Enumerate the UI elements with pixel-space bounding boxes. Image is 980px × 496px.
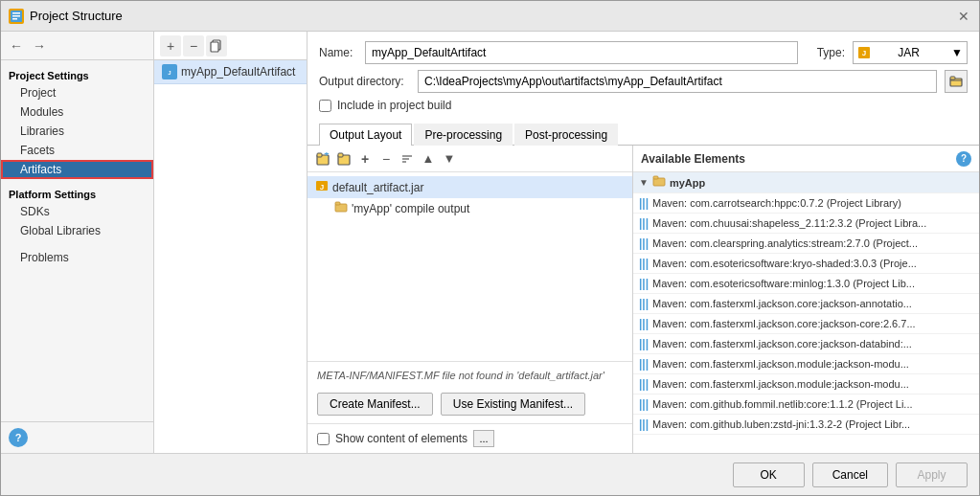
sidebar-bottom: ? <box>1 421 153 453</box>
app-icon <box>9 9 24 24</box>
tree-toolbar: + + − <box>308 146 632 172</box>
element-text-10: Maven: com.github.fommil.netlib:core:1.1… <box>652 398 912 410</box>
list-item[interactable]: ||| Maven: com.fasterxml.jackson.core:ja… <box>633 294 979 314</box>
sort-button[interactable] <box>398 149 417 169</box>
create-manifest-button[interactable]: Create Manifest... <box>317 393 433 416</box>
svg-text:J: J <box>320 183 324 192</box>
use-existing-manifest-button[interactable]: Use Existing Manifest... <box>441 393 585 416</box>
list-item[interactable]: ||| Maven: com.fasterxml.jackson.core:ja… <box>633 314 979 334</box>
svg-rect-11 <box>950 77 955 79</box>
show-content-row: Show content of elements ... <box>308 423 632 453</box>
tree-sub-label: 'myApp' compile output <box>352 202 469 215</box>
project-settings-header: Project Settings <box>1 64 153 83</box>
sidebar-item-facets[interactable]: Facets <box>1 141 153 160</box>
type-value: JAR <box>898 46 920 59</box>
copy-artifact-button[interactable] <box>206 35 227 56</box>
element-text-11: Maven: com.github.luben:zstd-jni:1.3.2-2… <box>652 418 910 430</box>
svg-rect-1 <box>12 15 20 17</box>
artifact-name: myApp_DefaultArtifact <box>181 65 295 79</box>
tree-root-item[interactable]: J default_artifact.jar <box>308 176 632 198</box>
sidebar-item-modules[interactable]: Modules <box>1 102 153 122</box>
element-text-7: Maven: com.fasterxml.jackson.core:jackso… <box>652 338 912 349</box>
elements-help-icon[interactable]: ? <box>956 151 971 167</box>
list-item[interactable]: ||| Maven: com.esotericsoftware:minlog:1… <box>633 274 979 294</box>
output-dir-label: Output directory: <box>319 75 410 88</box>
svg-rect-5 <box>211 42 218 52</box>
svg-rect-3 <box>12 12 20 14</box>
tree-sub-item[interactable]: 'myApp' compile output <box>308 198 632 218</box>
help-button[interactable]: ? <box>9 428 28 447</box>
remove-artifact-button[interactable]: − <box>183 35 204 56</box>
elements-header: Available Elements ? <box>633 146 979 172</box>
create-dir-button[interactable] <box>334 149 353 169</box>
more-options-button[interactable]: ... <box>473 430 494 447</box>
svg-rect-13 <box>317 153 322 157</box>
create-package-button[interactable]: + <box>313 149 332 169</box>
element-text-5: Maven: com.fasterxml.jackson.core:jackso… <box>652 298 912 309</box>
list-item[interactable]: ||| Maven: com.clearspring.analytics:str… <box>633 234 979 254</box>
browse-dir-button[interactable] <box>945 70 968 93</box>
jar-icon: J <box>315 179 329 195</box>
tab-output-layout[interactable]: Output Layout <box>319 124 412 146</box>
list-item[interactable]: ||| Maven: com.chuusai:shapeless_2.11:2.… <box>633 214 979 234</box>
list-item[interactable]: ||| Maven: com.github.luben:zstd-jni:1.3… <box>633 415 979 435</box>
list-item[interactable]: ||| Maven: com.fasterxml.jackson.module:… <box>633 374 979 395</box>
manifest-buttons: Create Manifest... Use Existing Manifest… <box>308 389 632 423</box>
sidebar-content: Project Settings Project Modules Librari… <box>1 60 153 421</box>
artifact-form: Name: Type: J JAR ▼ <box>308 32 979 124</box>
show-content-label: Show content of elements <box>335 432 467 445</box>
apply-button[interactable]: Apply <box>896 462 968 487</box>
include-label: Include in project build <box>337 99 451 112</box>
element-text-0: Maven: com.carrotsearch:hppc:0.7.2 (Proj… <box>652 197 901 209</box>
elements-group-header[interactable]: ▼ myApp <box>633 172 979 193</box>
type-label: Type: <box>817 46 845 59</box>
element-text-8: Maven: com.fasterxml.jackson.module:jack… <box>652 358 909 370</box>
list-item[interactable]: ||| Maven: com.esotericsoftware:kryo-sha… <box>633 254 979 274</box>
sidebar-item-problems[interactable]: Problems <box>1 248 153 267</box>
group-collapse-icon: ▼ <box>639 177 649 188</box>
artifact-item[interactable]: J myApp_DefaultArtifact <box>154 60 307 84</box>
tab-pre-processing[interactable]: Pre-processing <box>414 124 513 146</box>
group-folder-icon <box>652 175 666 190</box>
list-item[interactable]: ||| Maven: com.carrotsearch:hppc:0.7.2 (… <box>633 193 979 214</box>
element-lib-icon: ||| <box>639 317 649 330</box>
manifest-warning: META-INF/MANIFEST.MF file not found in '… <box>308 361 632 389</box>
list-item[interactable]: ||| Maven: com.github.fommil.netlib:core… <box>633 395 979 415</box>
name-label: Name: <box>319 46 357 59</box>
element-text-4: Maven: com.esotericsoftware:minlog:1.3.0… <box>652 278 915 289</box>
ok-button[interactable]: OK <box>733 462 805 487</box>
elements-header-label: Available Elements <box>641 152 745 166</box>
add-artifact-button[interactable]: + <box>160 35 181 56</box>
forward-button[interactable]: → <box>30 36 49 56</box>
jar-type-icon: J <box>857 46 874 60</box>
cancel-button[interactable]: Cancel <box>812 462 888 487</box>
sidebar-item-libraries[interactable]: Libraries <box>1 122 153 141</box>
sidebar: ← → Project Settings Project Modules Lib… <box>1 32 154 453</box>
svg-text:+: + <box>324 152 329 159</box>
show-content-checkbox[interactable] <box>317 433 330 445</box>
sidebar-item-artifacts[interactable]: Artifacts <box>1 160 153 179</box>
include-checkbox-row: Include in project build <box>319 99 968 112</box>
sidebar-item-project[interactable]: Project <box>1 83 153 102</box>
include-checkbox[interactable] <box>319 100 331 112</box>
element-text-1: Maven: com.chuusai:shapeless_2.11:2.3.2 … <box>652 217 926 229</box>
list-item[interactable]: ||| Maven: com.fasterxml.jackson.module:… <box>633 354 979 374</box>
right-panel: Name: Type: J JAR ▼ <box>308 32 979 453</box>
sidebar-item-sdks[interactable]: SDKs <box>1 202 153 221</box>
output-dir-input[interactable] <box>418 70 937 93</box>
add-item-button[interactable]: + <box>355 149 375 169</box>
move-up-button[interactable]: ▲ <box>419 149 438 169</box>
move-down-button[interactable]: ▼ <box>440 149 459 169</box>
type-select[interactable]: J JAR ▼ <box>853 41 968 64</box>
element-text-6: Maven: com.fasterxml.jackson.core:jackso… <box>652 318 916 329</box>
list-item[interactable]: ||| Maven: com.fasterxml.jackson.core:ja… <box>633 334 979 354</box>
name-input[interactable] <box>365 41 798 64</box>
close-button[interactable]: ✕ <box>956 9 971 24</box>
artifacts-toolbar: + − <box>154 32 307 60</box>
sidebar-item-global-libraries[interactable]: Global Libraries <box>1 221 153 240</box>
tab-post-processing[interactable]: Post-processing <box>514 124 618 146</box>
remove-item-button[interactable]: − <box>376 149 396 169</box>
output-dir-row: Output directory: <box>319 70 968 93</box>
element-lib-icon: ||| <box>639 237 649 250</box>
back-button[interactable]: ← <box>7 36 26 56</box>
